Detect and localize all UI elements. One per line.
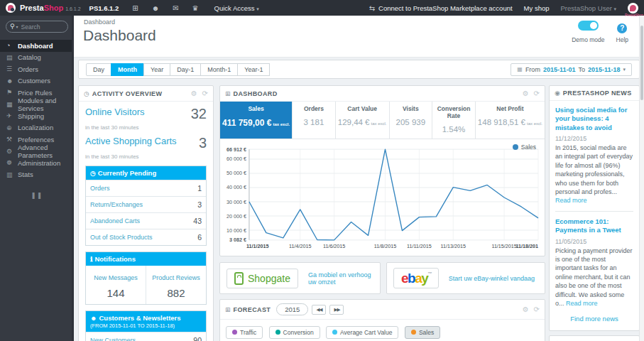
help-control: ? Help [616,21,628,43]
shopgate-logo[interactable]: Shopgate [227,269,298,288]
pending-row-abandoned-carts: Abandoned Carts 43 [86,212,206,229]
brand-presta: Presta [20,4,44,12]
refresh-icon[interactable]: ⟳ [202,90,208,97]
pending-row-returns: Return/Exchanges 3 [86,196,206,212]
sidebar: ⚲ ▾ ◔ Dashboard ▤ Catalog ☰ Orders ☻ Cus… [0,16,74,341]
user-menu[interactable]: PrestaShop User ▾ [561,4,617,12]
sidebar-item-catalog[interactable]: ▤ Catalog [0,52,74,64]
gear-icon[interactable]: ⚙ [191,90,197,97]
sidebar-item-orders[interactable]: ☰ Orders [0,63,74,75]
range-month-1-button[interactable]: Month-1 [200,63,238,76]
range-year-button[interactable]: Year [143,63,170,76]
date-range-toolbar: Day Month Year Day-1 Month-1 Year-1 ▦ Fr… [78,60,640,79]
refresh-icon[interactable]: ⟳ [534,90,540,97]
gear-icon[interactable]: ⚙ [523,305,529,313]
range-day-1-button[interactable]: Day-1 [170,63,201,76]
date-from: 2015-11-01 [543,66,576,73]
sidebar-collapse-button[interactable]: ❚❚ [0,192,74,199]
marketplace-link[interactable]: ⇆ Connect to PrestaShop Marketplace acco… [369,4,513,12]
read-more-link[interactable]: Read more [555,197,587,204]
date-range-button[interactable]: ▦ From 2015-11-01 To 2015-11-18 ▾ [511,63,632,76]
prestashop-logo-icon[interactable] [6,3,16,13]
sidebar-search[interactable]: ⚲ ▾ [6,21,68,33]
range-year-1-button[interactable]: Year-1 [237,63,270,76]
sidebar-item-dashboard[interactable]: ◔ Dashboard [0,40,74,52]
forecast-legend-average-cart-value[interactable]: Average Cart Value [326,326,398,339]
ebay-link[interactable]: Start uw eBay-winkel vandaag [449,275,535,282]
news-article-title[interactable]: Ecommerce 101: Payments in a Tweet [555,217,633,235]
metric-tab-net-profit[interactable]: Net Profit 148 918,51 €tax excl. [475,102,545,139]
out-of-stock-link[interactable]: Out of Stock Products [90,234,153,241]
shop-version-label: PS1.6.1.2 [89,4,119,12]
notifications-icon: ℹ [90,256,92,263]
ebay-ad: ebay™ Start uw eBay-winkel vandaag [386,262,545,294]
sidebar-item-modules[interactable]: ▦ Modules and Services [0,99,74,111]
metric-tab-sales[interactable]: Sales 411 759,00 €tax excl. [220,102,292,139]
forecast-prev-button[interactable]: ◀◀ [312,305,326,315]
cart-icon[interactable]: ⊞ [132,4,138,12]
new-customers-row: New Customers 90 [86,332,206,341]
scrollbar-thumb[interactable] [640,26,643,100]
abandoned-carts-link[interactable]: Abandoned Carts [90,217,140,224]
help-icon[interactable]: ? [617,23,627,33]
brand-wordmark[interactable]: Presta Shop 1.6.1.2 [20,4,81,12]
sidebar-item-customers[interactable]: ☻ Customers [0,75,74,87]
forecast-next-button[interactable]: ▶▶ [329,305,344,315]
search-input[interactable] [20,23,60,31]
metric-tab-conversion-rate[interactable]: Conversion Rate 1.54% [432,102,475,139]
forecast-legend-conversion[interactable]: Conversion [269,326,320,339]
online-visitors-link[interactable]: Online Visitors [85,107,145,117]
sales-legend-dot [513,144,518,150]
shopgate-link[interactable]: Ga mobiel en verhoog uw omzet [308,271,373,286]
rss-icon: ◉ [555,90,560,97]
svg-text:11/18/201: 11/18/201 [515,244,538,249]
average-cart-value-dot [332,330,337,335]
demo-mode-toggle[interactable] [578,21,599,31]
product-reviews-link[interactable]: Product Reviews [152,274,200,281]
ebay-logo[interactable]: ebay™ [393,268,439,288]
range-day-button[interactable]: Day [86,63,111,76]
new-messages-link[interactable]: New Messages [94,274,138,281]
metric-tab-orders[interactable]: Orders 3 181 [292,102,335,139]
refresh-icon[interactable]: ⟳ [534,305,540,313]
sidebar-item-stats[interactable]: ▥ Stats [0,169,74,181]
read-more-link[interactable]: Read more [566,300,598,307]
chart-legend[interactable]: Sales [513,144,536,151]
customers-icon: ☻ [90,315,97,322]
scrollbar[interactable] [639,16,644,341]
trophy-icon[interactable]: ♛ [192,4,199,12]
my-shop-link[interactable]: My shop [524,4,550,12]
orders-link[interactable]: Orders [90,185,110,192]
svg-text:11/11/2015: 11/11/2015 [407,244,432,249]
sidebar-item-advanced-parameters[interactable]: ⚙ Advanced Parameters [0,146,74,158]
sidebar-item-localization[interactable]: ⊕ Localization [0,122,74,134]
find-more-news-link[interactable]: Find more news [555,315,633,323]
traffic-dot [232,330,237,335]
sync-icon: ⇆ [369,4,375,12]
forecast-year[interactable]: 2015 [276,303,308,315]
preferences-icon: ⚒ [6,136,18,143]
quick-access-menu[interactable]: Quick Access ▾ [214,4,259,12]
forecast-legend-traffic[interactable]: Traffic [226,326,263,339]
cart-icon: ⊞ [225,90,231,97]
customers-icon[interactable]: ☻ [152,4,160,12]
avatar[interactable]: PrestaShop [628,3,638,13]
main-content: Dashboard Dashboard Demo mode ? Help Day… [74,16,644,341]
gear-icon[interactable]: ⚙ [523,90,529,97]
metric-tab-visits[interactable]: Visits 205 939 [389,102,432,139]
prestashop-dashboard: Presta Shop 1.6.1.2 PS1.6.1.2 ⊞ ☻ ✉ ♛ Qu… [0,0,644,341]
news-article-title[interactable]: Using social media for your business: 4 … [555,106,633,132]
metric-tab-cart-value[interactable]: Cart Value 129,44 €tax excl. [335,102,389,139]
returns-link[interactable]: Return/Exchanges [90,201,143,208]
tips-of-the-day-panel: ✦ TIPS OF THE DAY ingenico Paymentservic… [549,335,640,341]
new-customers-link[interactable]: New Customers [90,337,136,341]
active-carts-link[interactable]: Active Shopping Carts [85,136,177,146]
range-month-button[interactable]: Month [111,63,144,76]
calendar-icon: ▦ [517,66,523,72]
svg-text:11/1/2015: 11/1/2015 [246,244,269,249]
forecast-legend: Traffic Conversion Average Cart Value Sa… [220,320,545,341]
svg-text:3 082 €: 3 082 € [229,237,246,243]
messages-icon[interactable]: ✉ [173,4,178,12]
forecast-legend-sales[interactable]: Sales [405,326,440,339]
breadcrumb[interactable]: Dashboard [84,18,115,26]
